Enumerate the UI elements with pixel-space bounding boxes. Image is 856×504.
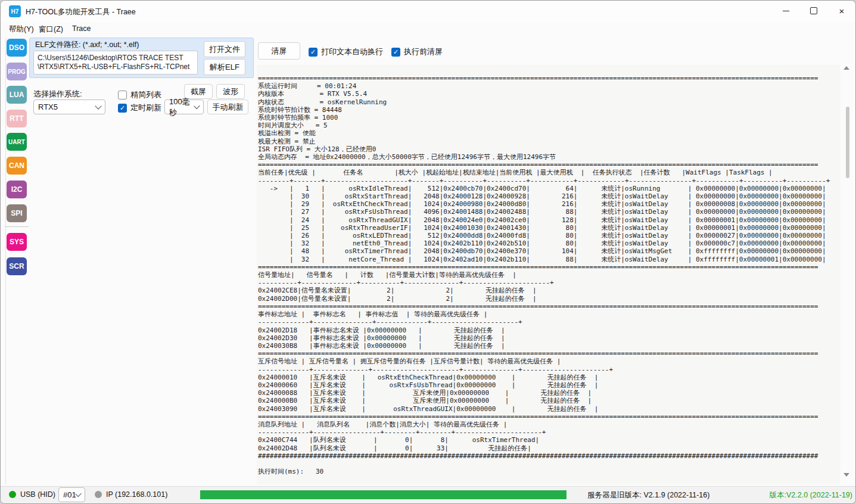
simple-list-checkbox[interactable]: 精简列表 (118, 89, 161, 100)
minimize-icon (783, 11, 789, 11)
timer-refresh-label: 定时刷新 (130, 102, 161, 113)
minimize-button[interactable] (772, 2, 799, 20)
checkbox-unchecked-icon (118, 91, 127, 99)
checkbox-checked-icon: ✓ (391, 48, 400, 57)
maximize-icon (810, 7, 817, 14)
elf-path-line2: \RTX5\RTX5+RL-USB+FL-FlashFS+RL-TCPnet (38, 63, 194, 71)
interval-select-value: 100毫秒 (169, 97, 195, 118)
chevron-down-icon (95, 102, 101, 109)
sidebar-item-scr[interactable]: SCR (7, 257, 27, 275)
sidebar-item-prog[interactable]: PROG (7, 63, 27, 80)
sidebar-item-dso[interactable]: DSO (7, 39, 27, 57)
sidebar-item-uart[interactable]: UART (7, 133, 27, 151)
clear-before-run-checkbox[interactable]: ✓ 执行前清屏 (391, 46, 443, 57)
os-select-value: RTX5 (38, 102, 58, 111)
wrap-text-label: 打印文本自动换行 (321, 46, 383, 57)
scroll-up-icon (843, 66, 849, 70)
ip-status-dot (95, 491, 102, 498)
elf-path-input[interactable]: C:\Users\51246\Desktop\RTOS TRACE TEST \… (33, 51, 198, 74)
sidebar-item-sys[interactable]: SYS (7, 233, 27, 251)
menu-trace[interactable]: Trace (72, 24, 91, 33)
maximize-button[interactable] (800, 2, 827, 20)
app-version-text: 版本:V2.2.0 (2022-11-19) (764, 490, 852, 500)
progress-bar (200, 490, 566, 499)
server-version-text: 服务器是旧版本: V2.1.9 (2022-11-16) (587, 490, 709, 500)
console-output: ========================================… (258, 74, 841, 480)
device-number-value: #01 (63, 490, 76, 499)
sidebar-group-divider (5, 226, 29, 227)
timer-refresh-checkbox[interactable]: ✓ 定时刷新 (118, 102, 161, 113)
scroll-up-button[interactable] (843, 66, 849, 70)
check-icon: ✓ (120, 105, 125, 111)
title-bar: H7 H7-TOOL多功能开发工具 - Traee × (1, 1, 855, 22)
simple-list-label: 精简列表 (130, 89, 161, 100)
menu-help[interactable]: 帮助(Y) (9, 24, 34, 35)
interval-select[interactable]: 100毫秒 (164, 99, 204, 114)
usb-status-dot (9, 491, 16, 498)
usb-status-label: USB (HID) (20, 490, 55, 499)
sidebar-item-lua[interactable]: LUA (7, 86, 27, 104)
app-logo-icon: H7 (9, 5, 21, 17)
scroll-down-button[interactable] (843, 473, 849, 477)
close-icon: × (839, 7, 845, 15)
window-title: H7-TOOL多功能开发工具 - Traee (26, 7, 136, 17)
close-button[interactable]: × (828, 2, 855, 20)
clear-screen-button[interactable]: 清屏 (258, 42, 300, 60)
wrap-text-checkbox[interactable]: ✓ 打印文本自动换行 (309, 46, 383, 57)
os-select-label: 选择操作系统: (33, 89, 82, 99)
parse-elf-button[interactable]: 解析ELF (204, 59, 245, 75)
waveform-button[interactable]: 波形 (216, 84, 245, 99)
sidebar-item-i2c[interactable]: I2C (7, 181, 27, 198)
sidebar-item-can[interactable]: CAN (7, 157, 27, 175)
elf-path-line1: C:\Users\51246\Desktop\RTOS TRACE TEST (38, 54, 194, 63)
clear-before-run-label: 执行前清屏 (404, 46, 443, 57)
app-window: H7 H7-TOOL多功能开发工具 - Traee × 帮助(Y) 窗口(Z) … (0, 0, 856, 504)
scroll-down-icon (843, 473, 849, 477)
ip-status-label: IP (192.168.0.101) (106, 490, 167, 499)
elf-path-label: ELF文件路径: (*.axf; *.out; *.elf) (35, 40, 139, 50)
checkbox-checked-icon: ✓ (118, 104, 127, 113)
open-file-button[interactable]: 打开文件 (204, 41, 245, 57)
device-number-select[interactable]: #01 (58, 487, 85, 502)
os-select[interactable]: RTX5 (33, 99, 105, 114)
sidebar-item-rtt[interactable]: RTT (7, 110, 27, 127)
checkbox-checked-icon: ✓ (309, 48, 318, 57)
menu-window[interactable]: 窗口(Z) (39, 24, 63, 35)
sidebar-divider-line (5, 38, 6, 484)
check-icon: ✓ (310, 49, 316, 55)
scrollbar-thumb[interactable] (846, 107, 849, 178)
sidebar-item-spi[interactable]: SPI (7, 204, 27, 222)
check-icon: ✓ (393, 49, 399, 55)
manual-refresh-button[interactable]: 手动刷新 (207, 99, 248, 114)
